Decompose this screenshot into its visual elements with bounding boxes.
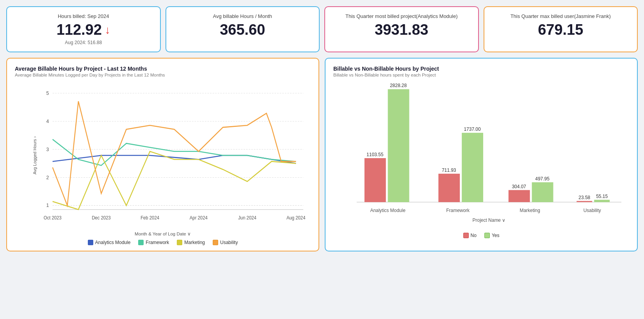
- bar-analytics-no: [365, 158, 386, 202]
- svg-text:711.93: 711.93: [442, 168, 456, 173]
- bar-chart-title: Billable vs Non-Billable Hours by Projec…: [333, 66, 629, 72]
- legend-item-usability: Usability: [213, 240, 238, 245]
- line-chart-card: Average Billable Hours by Project - Last…: [6, 58, 319, 251]
- bar-chart-subtitle: Billable vs Non-Billable hours spent by …: [333, 73, 629, 77]
- svg-text:Analytics Module: Analytics Module: [370, 208, 406, 213]
- line-chart-legend: Analytics Module Framework Marketing Usa…: [15, 240, 311, 245]
- svg-text:Oct 2023: Oct 2023: [44, 215, 62, 221]
- card-hours-billed: Hours billed: Sep 2024 112.92 ↓ Aug 2024…: [6, 6, 161, 52]
- svg-text:1737.00: 1737.00: [464, 127, 481, 132]
- legend-item-analytics: Analytics Module: [88, 240, 131, 245]
- legend-color-marketing: [177, 240, 182, 245]
- legend-item-yes: Yes: [484, 233, 500, 238]
- svg-text:Aug 2024: Aug 2024: [286, 215, 306, 221]
- legend-label-analytics: Analytics Module: [95, 240, 131, 245]
- bar-chart-svg: 1103.55 2828.28 Analytics Module 711.93 …: [333, 81, 629, 230]
- legend-color-no: [463, 233, 469, 238]
- svg-text:Apr 2024: Apr 2024: [190, 215, 208, 221]
- svg-text:Project Name ∨: Project Name ∨: [473, 217, 506, 223]
- svg-text:1: 1: [46, 202, 49, 209]
- bar-usability-yes: [594, 200, 610, 202]
- line-chart-svg-area: 5 4 3 2 1 Oct 2023 Dec 2023 Feb 2024 Apr…: [30, 81, 311, 230]
- bar-marketing-yes: [532, 182, 553, 202]
- legend-item-no: No: [463, 233, 477, 238]
- svg-text:Framework: Framework: [446, 208, 470, 213]
- line-chart-subtitle: Average Billable Minutes Logged per Day …: [15, 73, 311, 77]
- bar-framework-no: [438, 174, 460, 202]
- card-hours-billed-subtitle: Hours billed: Sep 2024: [15, 13, 152, 19]
- svg-text:4: 4: [46, 118, 49, 124]
- svg-text:23.58: 23.58: [578, 195, 590, 200]
- card-quarter-user-subtitle: This Quarter max billed user(Jasmine Fra…: [492, 13, 630, 19]
- svg-text:3: 3: [46, 146, 49, 152]
- x-axis-label: Month & Year of Log Date ∨: [15, 231, 311, 237]
- svg-text:304.07: 304.07: [512, 184, 526, 189]
- svg-text:2: 2: [46, 174, 49, 180]
- card-quarter-project: This Quarter most billed project(Analyti…: [324, 6, 479, 52]
- svg-text:Dec 2023: Dec 2023: [92, 215, 111, 221]
- svg-text:2828.28: 2828.28: [390, 83, 407, 88]
- line-chart-svg: 5 4 3 2 1 Oct 2023 Dec 2023 Feb 2024 Apr…: [30, 81, 311, 230]
- legend-color-yes: [484, 233, 490, 238]
- svg-text:Marketing: Marketing: [519, 208, 540, 213]
- down-arrow-icon: ↓: [105, 24, 110, 36]
- legend-label-yes: Yes: [492, 233, 500, 238]
- svg-text:Jun 2024: Jun 2024: [238, 215, 256, 221]
- card-hours-billed-footnote: Aug 2024: 516.88: [15, 40, 152, 45]
- card-quarter-user: This Quarter max billed user(Jasmine Fra…: [484, 6, 638, 52]
- card-avg-billable: Avg billable Hours / Month 365.60: [165, 6, 320, 52]
- bar-marketing-no: [509, 190, 530, 202]
- legend-item-marketing: Marketing: [177, 240, 205, 245]
- svg-text:497.95: 497.95: [535, 176, 550, 182]
- card-avg-billable-subtitle: Avg billable Hours / Month: [174, 13, 311, 19]
- legend-label-framework: Framework: [146, 240, 169, 245]
- card-quarter-project-subtitle: This Quarter most billed project(Analyti…: [333, 13, 470, 19]
- bar-analytics-yes: [388, 89, 409, 202]
- card-avg-billable-value: 365.60: [174, 21, 311, 38]
- svg-text:5: 5: [46, 90, 49, 96]
- legend-color-framework: [138, 240, 144, 245]
- card-quarter-user-value: 679.15: [492, 21, 630, 38]
- svg-text:Feb 2024: Feb 2024: [141, 215, 159, 221]
- legend-item-framework: Framework: [138, 240, 169, 245]
- bar-usability-no: [576, 201, 592, 202]
- charts-row: Average Billable Hours by Project - Last…: [6, 58, 638, 251]
- line-chart-title: Average Billable Hours by Project - Last…: [15, 66, 311, 72]
- legend-color-analytics: [88, 240, 93, 245]
- bar-chart-card: Billable vs Non-Billable Hours by Projec…: [325, 58, 638, 251]
- bar-chart-legend: No Yes: [333, 233, 629, 238]
- legend-label-no: No: [471, 233, 477, 238]
- legend-label-usability: Usability: [220, 240, 238, 245]
- bar-chart-svg-area: 1103.55 2828.28 Analytics Module 711.93 …: [333, 81, 629, 230]
- svg-text:55.15: 55.15: [596, 194, 608, 199]
- legend-label-marketing: Marketing: [184, 240, 205, 245]
- bar-framework-yes: [462, 133, 483, 202]
- legend-color-usability: [213, 240, 218, 245]
- card-hours-billed-value: 112.92 ↓: [15, 21, 152, 38]
- svg-text:Usability: Usability: [584, 208, 601, 213]
- svg-text:1103.55: 1103.55: [366, 152, 384, 157]
- top-cards-row: Hours billed: Sep 2024 112.92 ↓ Aug 2024…: [6, 6, 638, 52]
- card-quarter-project-value: 3931.83: [333, 21, 470, 38]
